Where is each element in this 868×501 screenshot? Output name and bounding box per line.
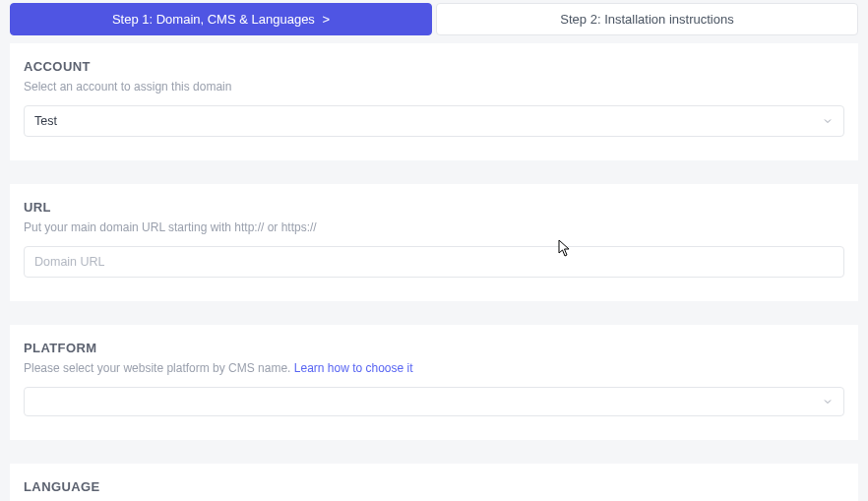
platform-desc: Please select your website platform by C…	[24, 361, 844, 375]
language-title: LANGUAGE	[24, 479, 844, 494]
tab-step2[interactable]: Step 2: Installation instructions	[436, 3, 858, 35]
account-section: ACCOUNT Select an account to assign this…	[10, 43, 858, 160]
url-title: URL	[24, 200, 844, 215]
language-section: LANGUAGE Select the base language of you…	[10, 464, 858, 501]
url-section: URL Put your main domain URL starting wi…	[10, 184, 858, 301]
url-input-wrap	[24, 246, 844, 278]
tab-step2-label: Step 2: Installation instructions	[560, 12, 733, 27]
chevron-right-icon: >	[322, 12, 330, 27]
account-title: ACCOUNT	[24, 59, 844, 74]
chevron-down-icon	[822, 115, 834, 127]
url-desc: Put your main domain URL starting with h…	[24, 220, 844, 234]
account-select[interactable]: Test	[24, 105, 844, 137]
platform-desc-text: Please select your website platform by C…	[24, 361, 294, 375]
platform-section: PLATFORM Please select your website plat…	[10, 325, 858, 440]
url-input[interactable]	[34, 255, 834, 269]
account-desc: Select an account to assign this domain	[24, 80, 844, 94]
tab-step1[interactable]: Step 1: Domain, CMS & Languages >	[10, 3, 432, 35]
platform-title: PLATFORM	[24, 341, 844, 355]
platform-select[interactable]	[24, 387, 844, 416]
chevron-down-icon	[822, 396, 834, 407]
account-select-value: Test	[34, 114, 57, 128]
step-tabs: Step 1: Domain, CMS & Languages > Step 2…	[0, 0, 868, 35]
platform-learn-link[interactable]: Learn how to choose it	[294, 361, 413, 375]
tab-step1-label: Step 1: Domain, CMS & Languages	[112, 12, 315, 27]
